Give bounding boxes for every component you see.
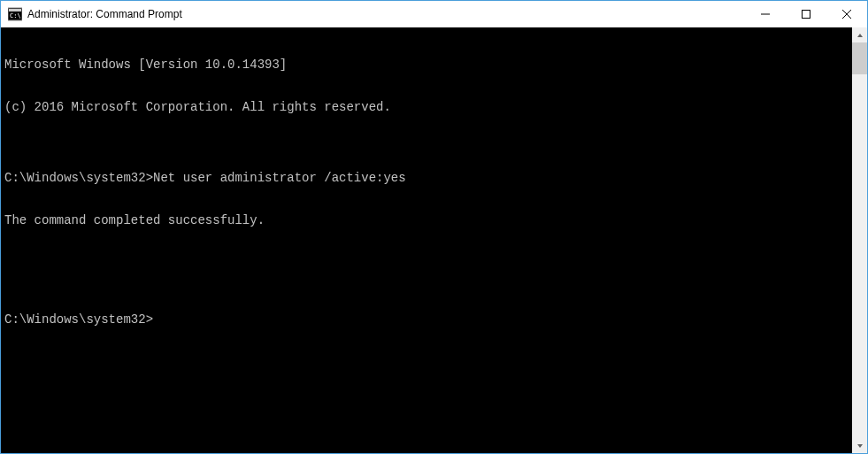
window-controls (745, 1, 867, 27)
scrollbar-track[interactable] (852, 42, 867, 438)
terminal-line: C:\Windows\system32>Net user administrat… (4, 171, 849, 185)
scroll-down-button[interactable] (852, 438, 867, 453)
terminal-line: The command completed successfully. (4, 213, 849, 227)
window-frame: C:\ Administrator: Command Prompt Micros… (0, 0, 868, 454)
vertical-scrollbar[interactable] (852, 27, 867, 453)
close-button[interactable] (826, 1, 867, 27)
svg-rect-1 (9, 9, 21, 12)
maximize-button[interactable] (786, 1, 826, 27)
cmd-icon: C:\ (8, 7, 22, 21)
svg-marker-7 (857, 34, 863, 37)
content-area: Microsoft Windows [Version 10.0.14393] (… (1, 27, 867, 453)
minimize-button[interactable] (745, 1, 786, 27)
scrollbar-thumb[interactable] (852, 42, 867, 74)
svg-marker-8 (857, 444, 863, 448)
terminal-line: Microsoft Windows [Version 10.0.14393] (4, 58, 849, 72)
window-title: Administrator: Command Prompt (27, 8, 182, 20)
terminal-output[interactable]: Microsoft Windows [Version 10.0.14393] (… (1, 27, 852, 453)
scroll-up-button[interactable] (852, 27, 867, 42)
svg-rect-4 (803, 11, 810, 19)
terminal-line: C:\Windows\system32> (4, 312, 849, 327)
svg-text:C:\: C:\ (10, 12, 21, 19)
terminal-line: (c) 2016 Microsoft Corporation. All righ… (4, 100, 849, 114)
titlebar[interactable]: C:\ Administrator: Command Prompt (1, 1, 867, 27)
